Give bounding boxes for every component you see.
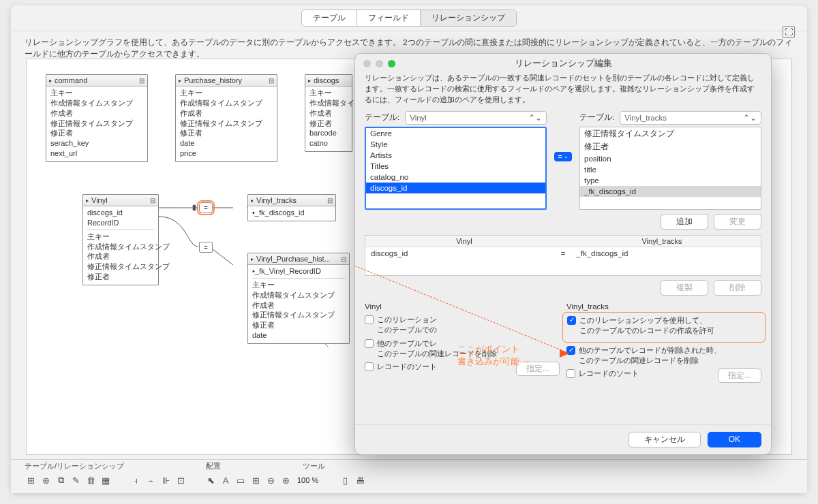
checkbox[interactable] [365,339,374,348]
left-table-select[interactable]: Vinyl⌃⌄ [405,111,547,125]
disclosure-icon[interactable]: ▸ [308,78,311,84]
zoom-in-icon[interactable]: ⊕ [279,474,292,486]
list-item[interactable]: catalog_no [366,172,545,183]
distribute-icon[interactable]: ⫠ [145,474,157,486]
snap-icon[interactable]: ⊞ [249,474,262,486]
field-item[interactable]: 修正情報タイムスタンプ [50,119,143,129]
list-item[interactable]: 修正者 [580,140,761,153]
checkbox[interactable] [365,362,374,371]
field-item[interactable]: 修正情報タイムスタンプ [87,262,154,272]
cancel-button[interactable]: キャンセル [628,432,701,447]
tab-relationships[interactable]: リレーションシップ [421,10,516,26]
disclosure-icon[interactable]: ▸ [251,198,254,204]
field-item[interactable]: 修正者 [309,119,348,129]
table-vinyl-purchase-history[interactable]: ▸Vinyl_Purchase_hist...⊟ •_fk_Vinyl_Reco… [247,253,350,344]
field-item[interactable]: 主キー [50,88,143,98]
disclosure-icon[interactable]: ▸ [251,256,254,262]
add-table-icon[interactable]: ⊞ [25,474,37,486]
field-item[interactable]: date [252,330,345,341]
list-item[interactable]: Genre [366,128,545,139]
disclosure-icon[interactable]: ▸ [49,78,52,84]
field-item[interactable]: 主キー [87,232,154,242]
field-item[interactable]: 主キー [252,280,345,290]
field-item[interactable]: •_fk_discogs_id [252,208,331,218]
field-item[interactable]: barcode [309,128,348,138]
field-item[interactable]: 作成者 [252,300,345,311]
disclosure-icon[interactable]: ▸ [179,78,181,84]
list-item[interactable]: Style [366,139,545,150]
field-item[interactable]: 修正者 [50,128,143,138]
zoom-out-icon[interactable]: ⊖ [264,474,277,486]
edit-icon[interactable]: ✎ [70,474,82,486]
field-item[interactable]: 作成者 [87,251,154,262]
list-item[interactable]: Titles [366,161,545,172]
arrange-icon[interactable]: ⊡ [175,474,187,486]
field-item[interactable]: 修正者 [180,128,273,138]
list-item[interactable]: type [580,175,761,186]
color-icon[interactable]: ▦ [100,474,112,486]
field-item[interactable]: 作成者 [50,108,143,119]
criteria-cell[interactable]: _fk_discogs_id [571,247,761,259]
tab-tables[interactable]: テーブル [302,10,357,26]
field-item[interactable]: 作成者 [309,108,348,119]
duplicate-icon[interactable]: ⧉ [55,474,67,486]
field-item[interactable]: RecordID [87,218,154,228]
field-item[interactable]: 主キー [309,88,348,98]
delete-icon[interactable]: 🗑 [85,474,97,486]
table-discogs[interactable]: ▸discogs 主キー 作成情報タイムスタンプ 作成者 修正者 barcode… [305,74,352,152]
field-item[interactable]: serach_key [50,138,143,148]
zoom-value[interactable]: 100 % [294,476,321,484]
field-item[interactable]: 主キー [180,88,273,98]
table-vinyl-tracks[interactable]: ▸Vinyl_tracks⊟ •_fk_discogs_id [247,194,336,221]
add-button[interactable]: 追加 [661,214,708,230]
table-command[interactable]: ▸command⊟ 主キー 作成情報タイムスタンプ 作成者 修正情報タイムスタン… [46,74,148,162]
list-item[interactable]: 修正情報タイムスタンプ [580,127,761,140]
criteria-table[interactable]: Vinyl Vinyl_tracks discogs_id = _fk_disc… [365,235,761,276]
align-icon[interactable]: ⫞ [130,474,142,486]
criteria-cell[interactable]: discogs_id [365,247,556,259]
field-item[interactable]: 修正情報タイムスタンプ [252,310,345,320]
resize-icon[interactable]: ⊪ [160,474,172,486]
field-item[interactable]: •_fk_Vinyl_RecordID [252,266,345,277]
field-item[interactable]: 修正者 [252,320,345,330]
info-icon[interactable]: ⛶ [783,26,795,38]
field-item[interactable]: 作成情報タイムスタンプ [252,290,345,300]
grip-icon[interactable]: ⊟ [327,197,333,204]
list-item[interactable]: title [580,164,761,175]
field-item[interactable]: price [180,148,273,159]
table-purchase-history[interactable]: ▸Purchase_history⊟ 主キー 作成情報タイムスタンプ 作成者 修… [175,74,277,162]
grip-icon[interactable]: ⊟ [269,77,274,84]
operator-select[interactable]: =⌄ [554,152,571,161]
pointer-icon[interactable]: ⬉ [204,474,217,486]
grip-icon[interactable]: ⊟ [139,77,145,84]
right-table-select[interactable]: Vinyl_tracks⌃⌄ [620,111,761,125]
field-item[interactable]: 作成情報タイムスタンプ [50,98,143,108]
grip-icon[interactable]: ⊟ [341,255,346,263]
checkbox[interactable] [566,369,575,378]
field-item[interactable]: next_url [50,148,143,159]
right-field-list[interactable]: 修正情報タイムスタンプ 修正者 position title type _fk_… [579,127,761,210]
field-item[interactable]: discogs_id [87,208,154,218]
specify-button[interactable]: 指定... [718,368,761,383]
list-item[interactable]: Artists [366,150,545,161]
relation-operator-bottom[interactable]: = [199,242,213,253]
field-item[interactable]: date [180,138,273,148]
print-icon[interactable]: 🖶 [354,474,366,486]
delete-button[interactable]: 削除 [714,280,761,296]
disclosure-icon[interactable]: ▸ [86,198,89,204]
list-item-selected[interactable]: _fk_discogs_id [580,186,761,197]
field-item[interactable]: 作成者 [180,108,273,119]
grip-icon[interactable]: ⊟ [150,197,155,204]
text-icon[interactable]: A [219,474,232,486]
field-item[interactable]: 修正者 [87,272,154,282]
field-item[interactable]: 作成情報タイムスタンプ [87,242,154,252]
change-button[interactable]: 変更 [714,214,761,230]
checkbox-checked[interactable]: ✓ [567,316,576,325]
add-relation-icon[interactable]: ⊕ [40,474,52,486]
list-item-selected[interactable]: discogs_id [366,183,545,193]
note-icon[interactable]: ▭ [234,474,247,486]
page-break-icon[interactable]: ▯ [339,474,351,486]
field-item[interactable]: catno [309,138,348,148]
list-item[interactable]: position [580,153,761,164]
left-field-list[interactable]: Genre Style Artists Titles catalog_no di… [365,127,547,210]
